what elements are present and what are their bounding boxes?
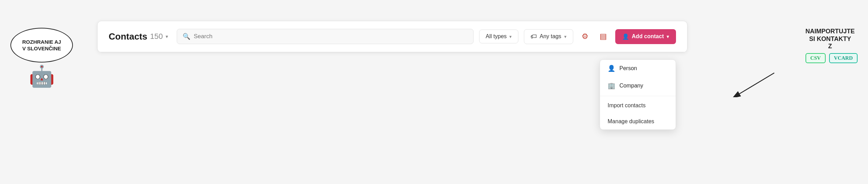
any-tags-filter-button[interactable]: 🏷 Any tags ▾ bbox=[524, 29, 573, 44]
page-title-area: Contacts 150 ▾ bbox=[109, 31, 171, 42]
annotation-arrow bbox=[729, 69, 785, 97]
all-types-filter-button[interactable]: All types ▾ bbox=[479, 30, 518, 43]
annotation-left: ROZHRANIE AJ V SLOVENČINE 🤖 bbox=[10, 28, 73, 87]
add-contact-dropdown: 👤 Person 🏢 Company Import contacts Manag… bbox=[600, 59, 676, 130]
add-contact-label: Add contact bbox=[632, 33, 664, 40]
add-contact-chevron-icon: ▾ bbox=[667, 34, 669, 39]
csv-badge: CSV bbox=[806, 53, 826, 63]
tag-icon: 🏷 bbox=[531, 33, 537, 40]
filter-button[interactable]: ▤ bbox=[597, 29, 610, 44]
add-contact-icon: 👤 bbox=[622, 33, 629, 40]
gear-button[interactable]: ⚙ bbox=[579, 29, 591, 44]
page-title: Contacts bbox=[109, 31, 147, 42]
speech-bubble: ROZHRANIE AJ V SLOVENČINE bbox=[10, 28, 73, 62]
any-tags-label: Any tags bbox=[540, 33, 561, 40]
dropdown-item-company[interactable]: 🏢 Company bbox=[600, 77, 676, 94]
dropdown-divider bbox=[600, 96, 676, 96]
dropdown-item-manage-duplicates[interactable]: Manage duplicates bbox=[600, 114, 676, 129]
funnel-icon: ▤ bbox=[600, 32, 607, 41]
manage-duplicates-label: Manage duplicates bbox=[608, 118, 654, 125]
annotation-right: NAIMPORTUJTE SI KONTAKTY Z CSV VCARD bbox=[806, 28, 858, 63]
robot-figure: 🤖 bbox=[29, 66, 55, 87]
import-contacts-label: Import contacts bbox=[608, 102, 645, 109]
dropdown-item-import[interactable]: Import contacts bbox=[600, 98, 676, 114]
person-label: Person bbox=[619, 65, 637, 72]
search-input[interactable] bbox=[194, 33, 468, 40]
company-icon: 🏢 bbox=[608, 82, 615, 90]
person-icon: 👤 bbox=[608, 65, 615, 72]
search-icon: 🔍 bbox=[183, 33, 190, 40]
all-types-chevron-icon: ▾ bbox=[509, 34, 512, 39]
main-panel: Contacts 150 ▾ 🔍 All types ▾ 🏷 Any tags … bbox=[97, 21, 687, 52]
add-contact-button[interactable]: 👤 Add contact ▾ bbox=[615, 29, 676, 44]
annotation-title: NAIMPORTUJTE SI KONTAKTY Z bbox=[806, 28, 855, 50]
contact-count: 150 bbox=[150, 32, 163, 41]
company-label: Company bbox=[619, 83, 643, 89]
toolbar: Contacts 150 ▾ 🔍 All types ▾ 🏷 Any tags … bbox=[98, 21, 687, 52]
any-tags-chevron-icon: ▾ bbox=[564, 34, 567, 39]
all-types-label: All types bbox=[486, 33, 507, 40]
dropdown-item-person[interactable]: 👤 Person bbox=[600, 60, 676, 77]
vcard-badge: VCARD bbox=[829, 53, 858, 63]
badge-row: CSV VCARD bbox=[806, 53, 858, 63]
search-area: 🔍 bbox=[177, 29, 474, 44]
count-dropdown-arrow[interactable]: ▾ bbox=[166, 34, 168, 39]
gear-icon: ⚙ bbox=[582, 32, 589, 41]
